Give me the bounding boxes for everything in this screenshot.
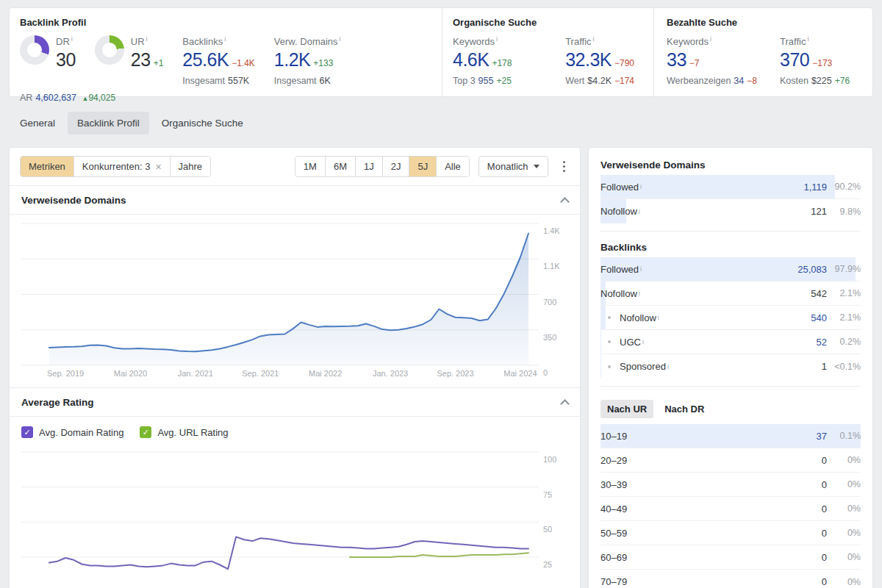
info-icon[interactable]: i [71,35,73,43]
info-icon[interactable]: i [642,338,644,345]
svg-text:700: 700 [543,298,556,306]
ref-domains-chart: 03507001.1K1.4KSep. 2019Mai 2020Jan. 202… [10,215,561,385]
keywords-value[interactable]: 4.6K [453,49,489,70]
range-5j-button[interactable]: 5J [409,157,436,176]
row-value[interactable]: 1,119 [783,182,827,193]
bullet-icon [608,316,611,319]
row-value[interactable]: 37 [783,431,827,442]
chevron-up-icon[interactable] [560,197,570,207]
range-1j-button[interactable]: 1J [355,157,382,176]
tab-organische-suche[interactable]: Organische Suche [152,112,253,135]
average-rating-chart: 255075100 [10,441,561,588]
checkbox-checked-icon[interactable]: ✓ [140,426,151,438]
svg-text:1.4K: 1.4K [543,226,560,235]
row-percent: 0.2% [827,337,861,347]
svg-text:Jan. 2023: Jan. 2023 [373,369,408,378]
breakdown-title: Backlinks [600,242,861,253]
footer-label: Insgesamt [274,76,317,86]
traffic-value[interactable]: 32.3K [565,49,612,70]
row-value[interactable]: 540 [783,312,827,323]
row-label: 40–49 [600,503,783,514]
keywords-value[interactable]: 33 [667,49,686,70]
more-options-icon[interactable] [559,157,570,177]
tab-backlink-profil[interactable]: Backlink Profil [68,112,149,135]
metric-paid-traffic: Traffici 370−173 Kosten$225+76 [780,35,850,86]
row-value[interactable]: 25,083 [783,264,827,275]
years-filter-chip[interactable]: Jahre [170,157,211,176]
info-icon[interactable]: i [710,35,711,43]
ref-domains-breakdown: Verweisende Domains Followedi1,11990.2%N… [600,159,861,231]
dr-donut-chart [20,35,49,65]
ahrefs-rank-line: AR4,602,637 ▲94,025 [20,93,442,103]
backlinks-row: Sponsoredi1<0.1% [600,354,861,379]
traffic-value[interactable]: 370 [780,49,809,70]
info-icon[interactable]: i [224,35,226,43]
info-icon[interactable]: i [640,183,642,190]
range-alle-button[interactable]: Alle [436,157,469,176]
info-icon[interactable]: i [146,35,148,43]
svg-text:50: 50 [543,525,552,534]
info-icon[interactable]: i [658,314,659,321]
row-value: 0 [783,528,827,539]
chart-title: Verweisende Domains [21,195,126,206]
row-value: 0 [783,576,827,587]
legend-avg-domain-rating[interactable]: ✓ Avg. Domain Rating [21,426,123,438]
filter-chip-group: Metriken Konkurrenten: 3× Jahre [20,156,211,177]
row-percent: 0% [827,552,861,562]
chart-title: Average Rating [21,397,94,408]
info-icon[interactable]: i [496,35,498,43]
distribution-tabs: Nach UR Nach DR [600,400,861,418]
filter-toolbar: Metriken Konkurrenten: 3× Jahre 1M 6M 1J… [10,148,580,186]
chevron-up-icon[interactable] [560,399,570,409]
section-title: Backlink Profil [20,17,442,28]
info-icon[interactable]: i [593,35,595,43]
row-percent: 0% [827,455,861,465]
info-icon[interactable]: i [667,363,669,370]
svg-text:100: 100 [543,455,556,464]
ref-domains-value[interactable]: 1.2K [274,49,310,70]
row-percent: 0.1% [827,431,861,441]
row-label: 60–69 [600,552,783,563]
close-icon[interactable]: × [155,162,161,172]
dr-label: DR [56,36,70,47]
ur-distribution-row: 20–2900% [600,448,861,473]
range-2j-button[interactable]: 2J [382,157,409,176]
ur-label: UR [131,36,145,47]
tab-nach-ur[interactable]: Nach UR [600,400,653,418]
backlinks-row: Nofollowi5402.1% [600,306,861,330]
checkbox-checked-icon[interactable]: ✓ [21,426,33,438]
section-title: Organische Suche [453,17,653,28]
info-icon[interactable]: i [639,208,640,215]
range-1m-button[interactable]: 1M [295,157,325,176]
overview-section-paid: Bezahlte Suche Keywordsi 33−7 Werbeanzei… [653,8,872,96]
tab-general[interactable]: General [10,112,65,135]
average-rating-legend: ✓ Avg. Domain Rating ✓ Avg. URL Rating [10,417,580,441]
metric-organic-keywords: Keywordsi 4.6K+178 Top 3955+25 [453,35,546,86]
ref-domains-label: Verw. Domains [274,36,338,47]
row-percent: 9.8% [827,207,861,217]
backlinks-value[interactable]: 25.6K [182,49,229,70]
info-icon[interactable]: i [639,290,640,297]
info-icon[interactable]: i [807,35,808,43]
backlinks-row: Nofollowi5422.1% [600,282,861,306]
legend-avg-url-rating[interactable]: ✓ Avg. URL Rating [140,426,228,438]
footer-value: $225 [811,76,832,86]
footer-label: Insgesamt [182,76,225,86]
metrics-filter-chip[interactable]: Metriken [21,157,74,176]
granularity-dropdown[interactable]: Monatlich [478,156,548,177]
info-icon[interactable]: i [640,265,642,273]
keywords-label: Keywords [667,36,709,47]
footer-label: Wert [565,76,584,86]
info-icon[interactable]: i [340,35,341,43]
metric-paid-keywords: Keywordsi 33−7 Werbeanzeigen34−8 [667,35,761,86]
traffic-delta: −790 [614,58,634,68]
range-6m-button[interactable]: 6M [325,157,355,176]
tab-nach-dr[interactable]: Nach DR [658,400,711,418]
ur-distribution-row: 30–3900% [600,473,861,497]
ur-distribution-row: 40–4900% [600,497,861,521]
footer-label: Kosten [780,76,808,86]
row-value[interactable]: 52 [783,337,827,348]
row-value: 0 [783,479,827,490]
charts-panel: Metriken Konkurrenten: 3× Jahre 1M 6M 1J… [9,147,581,588]
competitors-filter-chip[interactable]: Konkurrenten: 3× [74,157,170,176]
